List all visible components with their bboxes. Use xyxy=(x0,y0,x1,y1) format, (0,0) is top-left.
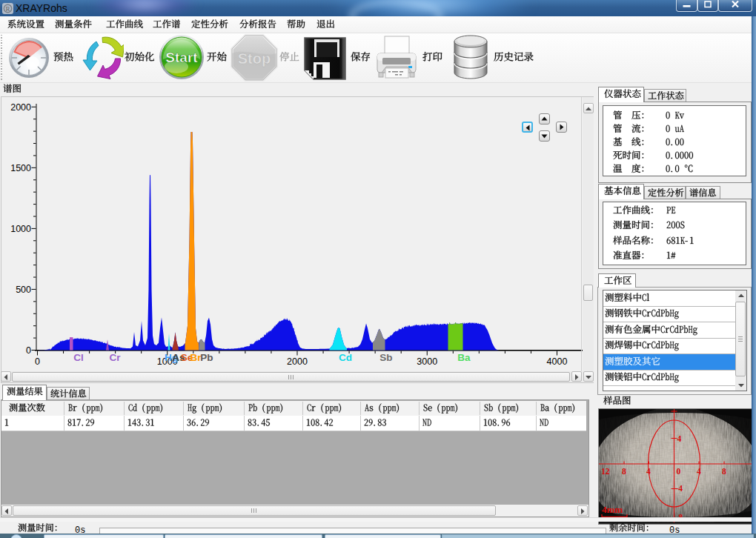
svg-text:1500: 1500 xyxy=(10,163,31,173)
svg-text:Sb: Sb xyxy=(379,352,392,363)
svg-text:500: 500 xyxy=(16,285,31,295)
svg-text:12: 12 xyxy=(601,467,610,476)
svg-text:8: 8 xyxy=(722,467,726,476)
svg-text:1000: 1000 xyxy=(10,224,31,234)
svg-text:3000: 3000 xyxy=(417,356,437,367)
svg-text:Cr: Cr xyxy=(109,352,121,363)
svg-text:0: 0 xyxy=(26,345,31,356)
svg-text:2000: 2000 xyxy=(287,356,308,367)
svg-text:0: 0 xyxy=(677,467,681,476)
svg-text:2000: 2000 xyxy=(10,102,31,113)
svg-text:4000: 4000 xyxy=(547,356,568,367)
svg-text:0: 0 xyxy=(35,356,40,367)
svg-text:Cd: Cd xyxy=(339,352,352,363)
svg-text:Cl: Cl xyxy=(73,352,84,363)
svg-text:8: 8 xyxy=(622,467,626,476)
svg-text:4: 4 xyxy=(646,467,651,476)
svg-text:Ba: Ba xyxy=(457,352,471,363)
svg-text:Pb: Pb xyxy=(200,352,213,363)
svg-text:4: 4 xyxy=(677,434,682,443)
svg-text:-4: -4 xyxy=(676,484,683,493)
svg-text:4: 4 xyxy=(697,467,701,476)
svg-text:4mm: 4mm xyxy=(602,504,623,515)
